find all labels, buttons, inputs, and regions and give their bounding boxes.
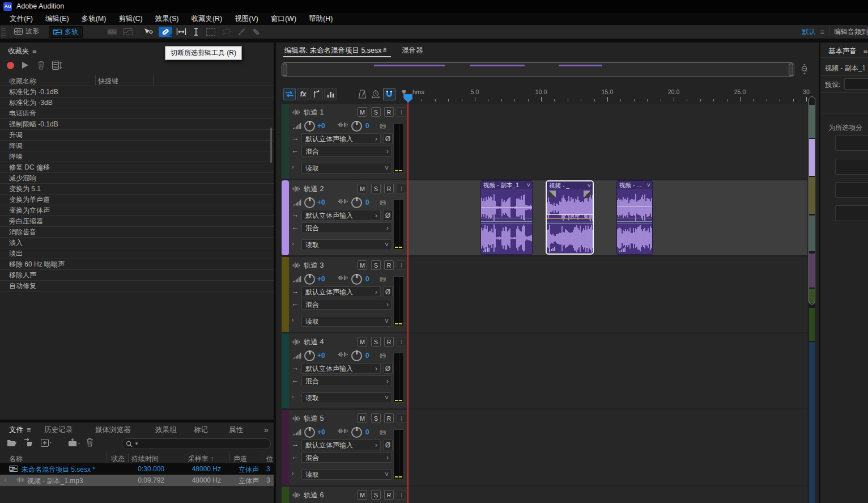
favorites-row[interactable]: 降调: [0, 140, 274, 151]
track-color-strip[interactable]: [282, 487, 289, 503]
column-divider[interactable]: [95, 75, 96, 85]
pan-knob[interactable]: [351, 427, 362, 438]
fade-out-handle[interactable]: [584, 191, 590, 197]
menu-item-4[interactable]: 剪辑(C): [112, 12, 148, 25]
track-header[interactable]: 轨道 1MSRI+00((•))→默认立体声输入›Ø←混合››读取˅: [289, 104, 407, 179]
spot-healing-brush-icon[interactable]: [249, 27, 263, 37]
pan-value[interactable]: 0: [365, 122, 369, 130]
volume-value[interactable]: +0: [317, 198, 325, 206]
time-selection-tool-icon[interactable]: [189, 27, 203, 37]
track-lane[interactable]: [407, 180, 807, 255]
phase-invert-button[interactable]: Ø: [383, 363, 393, 374]
essential-sound-menu-icon[interactable]: ≡: [863, 47, 868, 56]
track-record-button[interactable]: R: [384, 337, 394, 346]
track-header[interactable]: 轨道 5MSRI+00((•))→默认立体声输入›Ø←混合››读取˅: [289, 410, 407, 485]
clip-gain-icon[interactable]: [619, 247, 626, 252]
track-name[interactable]: 轨道 1: [304, 108, 324, 117]
track-lane[interactable]: [407, 333, 807, 408]
metering-icon[interactable]: [324, 88, 337, 100]
volume-value[interactable]: +0: [317, 275, 325, 283]
favorites-row[interactable]: 旁白压缩器: [0, 215, 274, 227]
clip-gain-icon[interactable]: [483, 247, 490, 252]
pan-knob[interactable]: [351, 350, 362, 361]
play-favorite-button[interactable]: [22, 62, 28, 69]
track-color-strip[interactable]: [282, 257, 289, 332]
pan-value[interactable]: 0: [365, 428, 369, 436]
tab-files-5[interactable]: 标记: [194, 424, 208, 436]
audio-clip[interactable]: 视频 - _˅: [546, 180, 594, 255]
pan-value[interactable]: 0: [365, 198, 369, 206]
effects-rack-icon[interactable]: fx: [297, 88, 309, 100]
move-tool-icon[interactable]: [142, 27, 155, 37]
navigator-right-handle[interactable]: [789, 64, 793, 76]
input-monitor-icon[interactable]: ((•)): [380, 276, 385, 282]
track-input-dropdown[interactable]: 默认立体声输入›: [301, 210, 381, 221]
volume-value[interactable]: +0: [317, 122, 325, 130]
vertical-scrollbar-handle[interactable]: [809, 96, 815, 305]
favorites-row[interactable]: 移除人声: [0, 269, 274, 281]
menu-item-8[interactable]: 窗口(W): [265, 12, 303, 25]
track-mute-button[interactable]: M: [358, 490, 367, 500]
menu-item-7[interactable]: 视图(V): [228, 12, 265, 25]
snap-magnet-icon[interactable]: [383, 88, 395, 100]
files-panel-menu-icon[interactable]: ≡: [27, 424, 31, 436]
track-record-button[interactable]: R: [384, 260, 394, 270]
assign-type-button-3[interactable]: [835, 182, 868, 198]
assign-type-button-2[interactable]: [835, 159, 868, 175]
files-column-3[interactable]: 持续时间: [131, 454, 159, 464]
track-lane[interactable]: [407, 410, 807, 485]
razor-tool-icon[interactable]: [159, 27, 172, 37]
menu-item-6[interactable]: 收藏夹(R): [185, 12, 228, 25]
menu-item-2[interactable]: 编辑(E): [39, 12, 75, 25]
volume-knob[interactable]: [304, 350, 315, 361]
track-header[interactable]: 轨道 3MSRI+00((•))→默认立体声输入›Ø←混合››读取˅: [289, 257, 407, 332]
track-output-dropdown[interactable]: 混合›: [301, 222, 392, 233]
track-solo-button[interactable]: S: [371, 184, 381, 193]
expand-automation-icon[interactable]: ›: [292, 163, 294, 170]
favorites-row[interactable]: 修复 DC 偏移: [0, 162, 274, 173]
column-divider[interactable]: [229, 453, 229, 462]
overview-navigator[interactable]: [282, 62, 794, 77]
volume-value[interactable]: +0: [317, 428, 325, 436]
track-solo-button[interactable]: S: [371, 490, 381, 500]
clip-header[interactable]: 视频 - _˅: [547, 181, 593, 189]
pan-value[interactable]: 0: [365, 352, 369, 360]
track-output-dropdown[interactable]: 混合›: [301, 375, 392, 386]
favorites-row[interactable]: 标准化为 -3dB: [0, 97, 274, 108]
volume-knob[interactable]: [304, 427, 315, 438]
tab-files-active[interactable]: 文件: [9, 424, 23, 436]
routing-icon[interactable]: [310, 88, 323, 100]
audio-clip[interactable]: 视频 - ...˅: [616, 180, 653, 255]
track-mute-button[interactable]: M: [358, 184, 367, 193]
lasso-selection-tool-icon[interactable]: [220, 27, 233, 37]
workspace-edit-audio[interactable]: 编辑音频到: [834, 27, 868, 37]
favorites-row[interactable]: 标准化为 -0.1dB: [0, 86, 274, 98]
track-solo-button[interactable]: S: [371, 337, 381, 346]
phase-invert-button[interactable]: Ø: [383, 439, 393, 450]
import-file-icon[interactable]: [24, 438, 35, 447]
audio-clip[interactable]: 视频 - 副本_1˅: [480, 180, 533, 255]
input-monitor-icon[interactable]: ((•)): [380, 123, 385, 129]
clip-menu-chevron-icon[interactable]: ˅: [588, 181, 591, 189]
phase-invert-button[interactable]: Ø: [383, 133, 393, 144]
marquee-selection-tool-icon[interactable]: [204, 27, 218, 37]
assign-type-button-4[interactable]: [835, 205, 868, 221]
automation-mode-dropdown[interactable]: 读取˅: [301, 392, 392, 403]
track-monitor_input-button[interactable]: I: [397, 337, 406, 346]
favorites-row[interactable]: 变换为立体声: [0, 205, 274, 216]
favorites-column-shortcut[interactable]: 快捷键: [98, 77, 118, 86]
files-column-2[interactable]: 状态: [111, 454, 125, 464]
track-header[interactable]: 轨道 4MSRI+00((•))→默认立体声输入›Ø←混合››读取˅: [289, 333, 407, 408]
track-record-button[interactable]: R: [384, 107, 394, 117]
tab-files-4[interactable]: 效果组: [155, 424, 177, 436]
workspace-default[interactable]: 默认: [802, 27, 815, 37]
automation-mode-dropdown[interactable]: 读取˅: [301, 469, 392, 480]
favorites-row[interactable]: 强制限幅 -0.1dB: [0, 119, 274, 130]
files-column-5[interactable]: 声道: [233, 454, 247, 464]
pan-envelope-line[interactable]: [547, 218, 593, 219]
track-solo-button[interactable]: S: [371, 413, 381, 423]
track-record-button[interactable]: R: [384, 184, 394, 193]
pan-knob[interactable]: [351, 274, 362, 285]
track-mute-button[interactable]: M: [358, 337, 367, 346]
track-header[interactable]: 轨道 2MSRI+00((•))→默认立体声输入›Ø←混合››读取˅: [289, 180, 407, 255]
